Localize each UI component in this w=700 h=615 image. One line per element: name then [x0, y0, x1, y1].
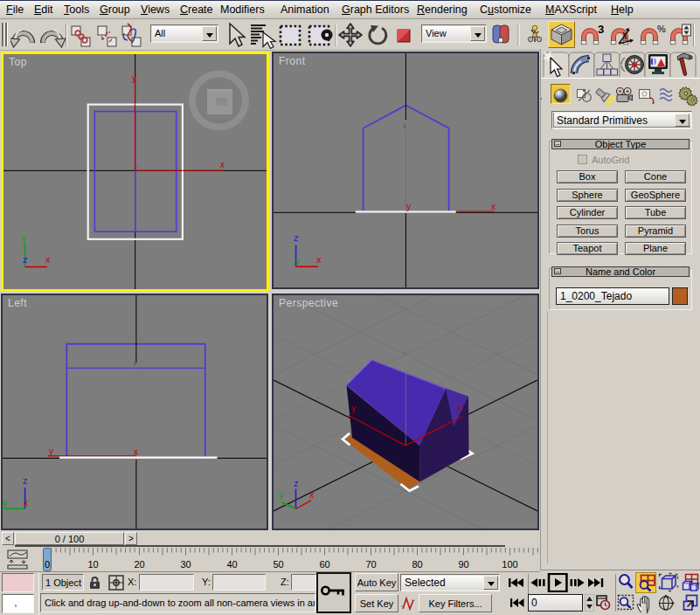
svg-text:z: z [294, 478, 299, 488]
svg-text:x: x [458, 404, 462, 413]
svg-text:z: z [294, 232, 299, 243]
svg-text:40: 40 [226, 559, 237, 570]
svg-text:x: x [134, 447, 138, 457]
svg-text:x: x [309, 489, 315, 500]
svg-text:80: 80 [412, 559, 422, 570]
svg-text:100: 100 [502, 559, 517, 570]
svg-text:y: y [351, 404, 356, 413]
svg-text:3: 3 [598, 23, 604, 36]
svg-text:70: 70 [365, 559, 376, 570]
svg-text:y: y [49, 446, 53, 456]
svg-text:z: z [23, 475, 28, 486]
svg-text:x: x [24, 498, 28, 508]
svg-text:50: 50 [273, 559, 283, 570]
svg-text:x: x [316, 254, 322, 265]
svg-text:y: y [295, 256, 300, 266]
svg-text:y: y [22, 232, 27, 243]
svg-text:60: 60 [319, 559, 329, 570]
svg-text:z: z [135, 162, 139, 170]
svg-text:30: 30 [180, 559, 191, 570]
svg-text:10: 10 [87, 559, 98, 570]
svg-text:y: y [279, 489, 284, 500]
svg-text:z: z [403, 121, 406, 129]
svg-text:z: z [403, 349, 407, 358]
svg-text:x: x [45, 254, 51, 265]
svg-text:0: 0 [45, 559, 50, 570]
svg-text:y: y [132, 73, 136, 83]
svg-text:x: x [220, 160, 225, 169]
svg-text:y: y [3, 497, 8, 508]
svg-text:%: % [657, 24, 666, 34]
svg-text:z: z [134, 359, 137, 367]
svg-text:90: 90 [458, 559, 468, 570]
svg-text:y: y [406, 202, 411, 211]
svg-text:z: z [23, 254, 28, 265]
svg-text:x: x [491, 202, 496, 211]
svg-text:20: 20 [134, 559, 144, 570]
